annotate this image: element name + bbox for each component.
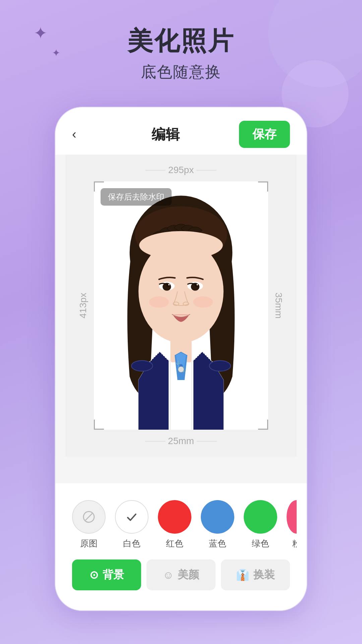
bottom-panel: 原图 白色 红色 (55, 483, 307, 610)
svg-point-23 (209, 361, 231, 371)
shirt-icon: 👔 (236, 569, 249, 581)
color-swatch-red (158, 500, 191, 534)
color-item-original[interactable]: 原图 (72, 500, 106, 549)
svg-line-25 (85, 514, 92, 520)
photo-canvas: 295px 25mm 413px 35mm (65, 155, 297, 457)
svg-point-22 (131, 361, 153, 371)
color-label-green: 绿色 (252, 538, 269, 549)
svg-point-16 (149, 297, 169, 308)
color-swatch-row: 原图 白色 红色 (65, 493, 297, 553)
sparkle-large-icon: ✦ (34, 23, 48, 43)
sub-title: 底色随意换 (0, 62, 362, 83)
sparkle-small-icon: ✦ (52, 47, 60, 59)
color-item-white[interactable]: 白色 (115, 500, 148, 549)
dim-bottom-label: 25mm (145, 436, 217, 446)
color-swatch-green (244, 500, 277, 534)
svg-point-21 (178, 367, 184, 372)
color-label-blue: 蓝色 (209, 538, 226, 549)
back-button[interactable]: ‹ (72, 127, 92, 142)
svg-point-17 (193, 297, 213, 308)
phone-screen: ‹ 编辑 保存 295px 25mm 413px 35mm (55, 107, 307, 610)
header-area: ✦ ✦ 美化照片 底色随意换 (0, 0, 362, 83)
watermark-label: 保存后去除水印 (101, 188, 172, 206)
tab-outfit[interactable]: 👔 换装 (221, 559, 290, 590)
svg-point-13 (197, 284, 198, 285)
tab-outfit-label: 换装 (253, 568, 275, 582)
tab-beauty-label: 美颜 (178, 568, 199, 582)
svg-point-12 (168, 284, 170, 285)
face-icon: ☺ (163, 569, 174, 581)
color-swatch-white (115, 500, 148, 534)
photo-display-area: 保存后去除水印 (94, 181, 268, 430)
color-swatch-blue (201, 500, 234, 534)
tab-background[interactable]: ⊙ 背景 (72, 559, 141, 590)
color-label-red: 红色 (166, 538, 183, 549)
page-title: 编辑 (152, 125, 180, 144)
color-label-pink: 粉 (292, 538, 297, 549)
svg-text:⚓: ⚓ (176, 360, 181, 365)
color-label-white: 白色 (123, 538, 140, 549)
svg-point-5 (139, 231, 223, 260)
portrait-image: ⚓ ⚓ (94, 181, 268, 430)
phone-mockup: ‹ 编辑 保存 295px 25mm 413px 35mm (55, 107, 307, 610)
tab-beauty[interactable]: ☺ 美颜 (146, 559, 216, 590)
tab-background-label: 背景 (103, 568, 124, 582)
top-bar: ‹ 编辑 保存 (55, 107, 307, 155)
dim-top-label: 295px (145, 165, 217, 175)
color-swatch-original (72, 500, 106, 534)
camera-icon: ⊙ (89, 569, 99, 581)
slash-icon (82, 510, 96, 524)
color-item-pink[interactable]: 粉 (287, 500, 297, 549)
color-item-red[interactable]: 红色 (158, 500, 191, 549)
color-swatch-pink (287, 500, 297, 534)
check-icon (125, 510, 138, 524)
color-label-original: 原图 (80, 538, 98, 549)
dim-left-label: 413px (78, 293, 88, 318)
color-item-green[interactable]: 绿色 (244, 500, 277, 549)
color-item-blue[interactable]: 蓝色 (201, 500, 234, 549)
tool-tabs: ⊙ 背景 ☺ 美颜 👔 换装 (65, 553, 297, 590)
photo-frame-wrapper: 295px 25mm 413px 35mm (94, 181, 268, 430)
dim-right-label: 35mm (273, 292, 284, 319)
save-button[interactable]: 保存 (239, 121, 290, 148)
